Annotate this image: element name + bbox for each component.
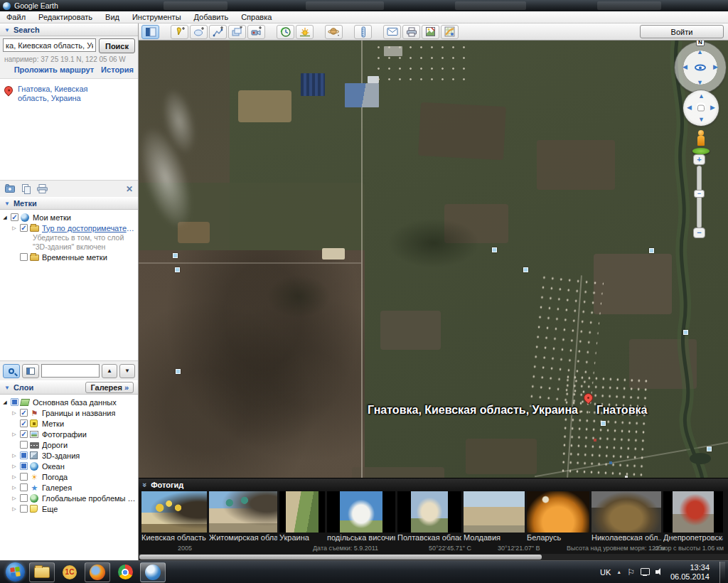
network-icon[interactable] — [641, 568, 650, 576]
look-down-arrow-icon[interactable]: ▼ — [697, 80, 703, 86]
menu-add[interactable]: Добавить — [188, 11, 235, 23]
checkbox-temporary-places[interactable] — [20, 253, 28, 261]
copy-icon[interactable] — [22, 184, 31, 194]
checkbox-labels[interactable]: ✓ — [20, 419, 28, 427]
photo-icon[interactable] — [175, 267, 180, 272]
photo-thumbnail[interactable] — [141, 491, 207, 533]
get-directions-link[interactable]: Проложить маршрут — [14, 65, 94, 74]
toggle-sidebar-button[interactable] — [141, 25, 159, 39]
save-image-button[interactable] — [422, 25, 439, 39]
places-panel-header[interactable]: ▼ Метки — [0, 197, 138, 210]
title-bar[interactable]: Google Earth — [0, 0, 728, 11]
photo-thumbnail[interactable] — [327, 491, 395, 533]
filter-input[interactable] — [41, 364, 100, 378]
add-polygon-button[interactable] — [190, 25, 208, 39]
historical-imagery-button[interactable] — [277, 25, 294, 39]
photo-label[interactable]: Житомирская обла... — [209, 533, 277, 544]
record-tour-button[interactable] — [247, 25, 265, 39]
layer-label[interactable]: Границы и названия — [42, 409, 115, 417]
photo-label[interactable]: подільська височина — [327, 533, 395, 544]
look-joystick[interactable]: N ▲ ▼ ◀ ▶ — [675, 42, 726, 93]
layer-row-gallery[interactable]: ▷ ★ Галерея — [1, 482, 138, 493]
scrollbar-thumb[interactable] — [139, 555, 542, 560]
photo-icon[interactable] — [173, 253, 178, 258]
checkbox-primary-database[interactable] — [11, 398, 18, 406]
photo-icon[interactable] — [683, 330, 688, 335]
photo-icon[interactable] — [176, 369, 181, 374]
sunlight-button[interactable] — [296, 25, 314, 39]
photo-icon[interactable] — [601, 421, 606, 426]
layer-row-borders[interactable]: ▷ ✓ ⚑ Границы и названия — [1, 407, 138, 418]
checkbox-more[interactable] — [20, 505, 28, 513]
compass-north-label[interactable]: N — [696, 41, 705, 46]
previous-result-button[interactable]: ▲ — [102, 364, 117, 378]
checkbox-global-awareness[interactable] — [20, 494, 28, 502]
tree-row-my-places[interactable]: ◢ ✓ Мои метки — [1, 212, 138, 223]
photo-label[interactable]: Киевская область — [141, 533, 207, 544]
move-up-arrow-icon[interactable]: ▲ — [698, 93, 705, 100]
tree-label[interactable]: Мои метки — [33, 213, 71, 222]
speaker-icon[interactable] — [655, 568, 665, 576]
taskbar-firefox-button[interactable] — [85, 562, 110, 582]
layer-row-ocean[interactable]: ▷ Океан — [1, 461, 138, 471]
move-left-arrow-icon[interactable]: ◀ — [687, 105, 692, 111]
photo-thumbnail[interactable] — [279, 491, 325, 533]
taskbar-google-earth-button[interactable] — [140, 562, 166, 582]
expander-icon[interactable]: ◢ — [1, 215, 9, 220]
move-down-arrow-icon[interactable]: ▼ — [698, 117, 705, 123]
layer-row-more[interactable]: ▷ Еще — [1, 503, 138, 514]
taskbar-explorer-button[interactable] — [29, 562, 55, 582]
layer-row-roads[interactable]: Дороги — [1, 439, 138, 450]
tree-row-temporary-places[interactable]: Временные метки — [1, 252, 138, 262]
look-right-arrow-icon[interactable]: ▶ — [713, 64, 718, 70]
start-button[interactable] — [6, 562, 25, 582]
photo-label[interactable]: Беларусь — [527, 533, 589, 544]
photo-icon[interactable] — [523, 267, 528, 272]
ruler-button[interactable] — [354, 25, 372, 39]
tree-row-tour[interactable]: ▷ ✓ Тур по достопримечательнос — [1, 223, 138, 233]
expander-icon[interactable]: ▷ — [11, 485, 18, 491]
add-path-button[interactable] — [209, 25, 227, 39]
zoom-slider[interactable]: + − − — [692, 154, 707, 238]
menu-tools[interactable]: Инструменты — [126, 11, 188, 23]
checkbox-roads[interactable] — [20, 441, 28, 449]
photo-label[interactable]: Николаевская обл... — [592, 533, 661, 544]
add-to-places-icon[interactable] — [5, 184, 16, 193]
layers-panel-header[interactable]: ▼ Слои Галерея» — [0, 380, 138, 395]
layer-row-primary-database[interactable]: ◢ Основная база данных — [1, 397, 138, 407]
search-result-item[interactable]: Гнатовка, Киевская область, Украина — [4, 85, 134, 103]
photo-label[interactable]: Днепропетровска... — [663, 533, 723, 544]
collapse-triangle-icon[interactable]: ▼ — [4, 200, 10, 207]
layer-label[interactable]: Основная база данных — [33, 398, 117, 407]
add-image-overlay-button[interactable] — [228, 25, 246, 39]
taskbar-chrome-button[interactable] — [112, 562, 138, 582]
close-panel-icon[interactable]: ✕ — [126, 184, 133, 194]
photo-thumbnail[interactable] — [209, 491, 277, 533]
search-input[interactable] — [3, 38, 96, 52]
checkbox-3d-buildings[interactable] — [20, 451, 28, 459]
checkbox-weather[interactable] — [20, 473, 28, 481]
zoom-handle[interactable]: − — [694, 190, 705, 198]
language-indicator[interactable]: UK — [600, 568, 611, 577]
expander-icon[interactable]: ▷ — [11, 453, 18, 459]
expander-icon[interactable]: ◢ — [1, 400, 9, 405]
collapse-triangle-icon[interactable]: ▼ — [4, 385, 10, 391]
layer-row-labels[interactable]: ✓ Метки — [1, 418, 138, 429]
pegman[interactable] — [690, 130, 712, 154]
photo-thumbnail[interactable] — [663, 491, 723, 533]
layer-label[interactable]: Глобальные проблемы и и... — [42, 494, 138, 503]
photo-thumbnail[interactable] — [397, 491, 461, 533]
move-joystick[interactable]: ▲ ▼ ◀ ▶ — [683, 90, 719, 126]
expander-icon[interactable]: ▷ — [11, 496, 18, 501]
action-center-flag-icon[interactable]: ⚐ — [627, 567, 635, 577]
photo-label[interactable]: Украина — [279, 533, 325, 544]
expander-icon[interactable]: ▷ — [11, 506, 18, 512]
checkbox-photos[interactable]: ✓ — [20, 430, 28, 438]
photo-guide-header[interactable]: » Фотогид — [139, 478, 728, 491]
layer-row-global-awareness[interactable]: ▷ Глобальные проблемы и и... — [1, 493, 138, 503]
search-button[interactable]: Поиск — [99, 38, 135, 53]
menu-help[interactable]: Справка — [235, 11, 278, 23]
menu-view[interactable]: Вид — [99, 11, 126, 23]
taskbar-1c-button[interactable]: 1С — [57, 562, 82, 582]
search-places-button[interactable] — [3, 364, 20, 378]
